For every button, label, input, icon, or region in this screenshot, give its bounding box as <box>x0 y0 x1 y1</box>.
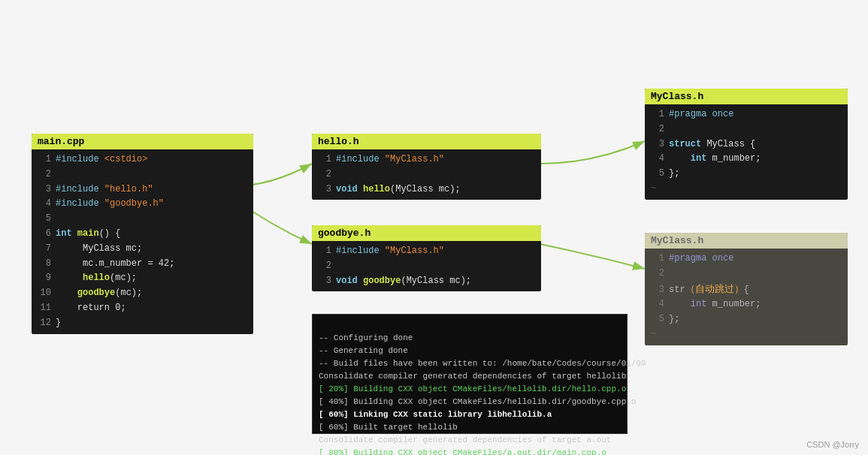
terminal-line-5: [ 20%] Building CXX object CMakeFiles/he… <box>319 384 626 393</box>
terminal-line-1: -- Configuring done <box>319 333 413 342</box>
hello-h-title: hello.h <box>312 134 541 149</box>
csdn-credit: CSDN @Jorry <box>806 440 859 449</box>
terminal-line-2: -- Generating done <box>319 346 408 355</box>
myclass-h-active-title: MyClass.h <box>645 89 848 104</box>
terminal-line-10: [ 80%] Building CXX object CMakeFiles/a.… <box>319 448 606 455</box>
terminal-line-8: [ 60%] Built target hellolib <box>319 423 458 432</box>
hello-h-body: 1#include "MyClass.h" 2 3void hello(MyCl… <box>312 149 541 200</box>
goodbye-h-window: goodbye.h 1#include "MyClass.h" 2 3void … <box>312 225 541 291</box>
terminal-line-4: Consolidate compiler generated dependenc… <box>319 372 626 381</box>
main-cpp-body: 1#include <cstdio> 2 3#include "hello.h"… <box>32 149 253 334</box>
myclass-h-active-window: MyClass.h 1#pragma once 2 3struct MyClas… <box>645 89 848 200</box>
hello-h-window: hello.h 1#include "MyClass.h" 2 3void he… <box>312 134 541 200</box>
myclass-h-dim-title: MyClass.h <box>645 233 848 249</box>
terminal-window: -- Configuring done -- Generating done -… <box>312 314 628 434</box>
main-cpp-title: main.cpp <box>32 134 253 149</box>
terminal-line-3: -- Build files have been written to: /ho… <box>319 359 646 368</box>
myclass-h-dim-body: 1#pragma once 2 3str（自动跳过）{ 4 int m_numb… <box>645 249 848 345</box>
terminal-line-9: Consolidate compiler generated dependenc… <box>319 435 611 444</box>
myclass-h-active-body: 1#pragma once 2 3struct MyClass { 4 int … <box>645 104 848 200</box>
goodbye-h-title: goodbye.h <box>312 225 541 241</box>
terminal-line-6: [ 40%] Building CXX object CMakeFiles/he… <box>319 397 636 406</box>
terminal-line-7: [ 60%] Linking CXX static library libhel… <box>319 410 552 419</box>
goodbye-h-body: 1#include "MyClass.h" 2 3void goodbye(My… <box>312 241 541 291</box>
main-cpp-window: main.cpp 1#include <cstdio> 2 3#include … <box>32 134 253 334</box>
myclass-h-dim-window: MyClass.h 1#pragma once 2 3str（自动跳过）{ 4 … <box>645 233 848 345</box>
